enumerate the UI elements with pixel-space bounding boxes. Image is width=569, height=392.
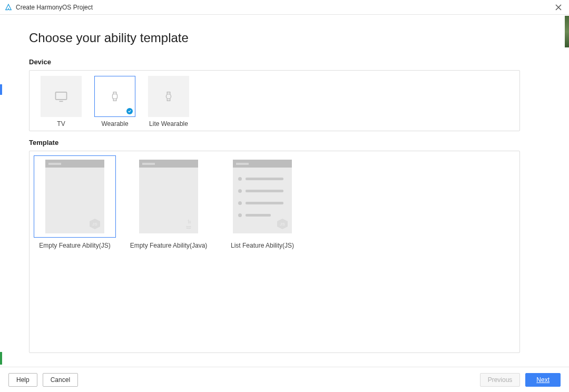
device-section-label: Device xyxy=(29,58,540,66)
svg-text:JS: JS xyxy=(280,222,285,227)
right-edge-decor xyxy=(565,16,569,47)
check-icon xyxy=(126,108,133,114)
template-label: Empty Feature Ability(JS) xyxy=(39,242,110,249)
cancel-button[interactable]: Cancel xyxy=(43,373,78,387)
template-section-label: Template xyxy=(29,139,540,146)
device-tile-tv xyxy=(41,76,82,117)
svg-point-3 xyxy=(166,94,171,99)
help-button[interactable]: Help xyxy=(8,373,37,387)
template-label: List Feature Ability(JS) xyxy=(231,242,294,249)
device-panel: TV Wearable Lite Wearable xyxy=(29,70,520,131)
template-tile xyxy=(127,155,210,238)
tv-icon xyxy=(54,89,68,104)
title-bar: Create HarmonyOS Project xyxy=(0,0,569,15)
left-edge-decor xyxy=(0,15,3,367)
svg-rect-0 xyxy=(56,92,67,100)
template-tile: JS xyxy=(221,155,303,238)
template-tile: JS xyxy=(34,155,116,238)
watch-icon xyxy=(109,91,121,102)
js-icon: JS xyxy=(89,218,101,230)
device-item-tv[interactable]: TV xyxy=(40,76,82,128)
template-item-list-js[interactable]: JS List Feature Ability(JS) xyxy=(221,155,303,348)
device-label-lite-wearable: Lite Wearable xyxy=(149,120,188,128)
window-title: Create HarmonyOS Project xyxy=(16,4,552,11)
close-icon[interactable] xyxy=(552,1,565,14)
device-item-lite-wearable[interactable]: Lite Wearable xyxy=(148,76,190,128)
content-area: Choose your ability template Device TV xyxy=(0,15,569,353)
template-panel: JS Empty Feature Ability(JS) Empty Featu… xyxy=(29,151,520,353)
device-label-tv: TV xyxy=(57,120,65,128)
device-tile-wearable xyxy=(94,76,135,117)
device-label-wearable: Wearable xyxy=(101,120,128,128)
page-heading: Choose your ability template xyxy=(29,31,540,45)
app-icon xyxy=(4,3,13,12)
previous-button: Previous xyxy=(480,373,521,387)
template-label: Empty Feature Ability(Java) xyxy=(130,242,208,249)
svg-rect-2 xyxy=(112,94,117,99)
template-preview: JS xyxy=(45,160,104,233)
svg-text:JS: JS xyxy=(92,222,97,227)
footer: Help Cancel Previous Next xyxy=(0,367,569,392)
device-item-wearable[interactable]: Wearable xyxy=(94,76,136,128)
device-tile-lite-wearable xyxy=(148,76,189,117)
java-icon xyxy=(182,218,195,230)
template-item-empty-java[interactable]: Empty Feature Ability(Java) xyxy=(127,155,210,348)
template-preview: JS xyxy=(233,160,292,233)
template-preview xyxy=(139,160,198,233)
next-button[interactable]: Next xyxy=(525,373,561,387)
watch-icon xyxy=(163,91,174,102)
js-icon: JS xyxy=(276,218,289,230)
template-item-empty-js[interactable]: JS Empty Feature Ability(JS) xyxy=(34,155,116,348)
